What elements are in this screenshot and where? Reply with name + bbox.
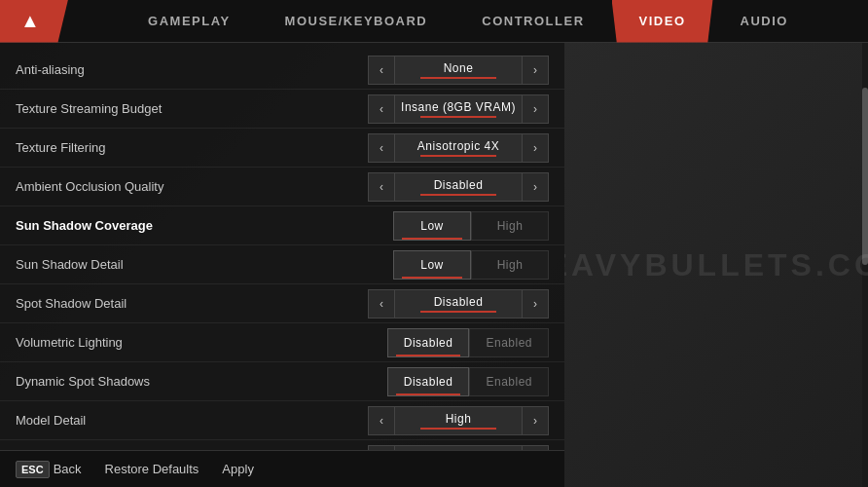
setting-label-volumetric-lighting: Volumetric Lighting [16, 335, 387, 350]
toggle-btn-volumetric-lighting-enabled[interactable]: Enabled [469, 328, 549, 357]
toggle-btn-dynamic-spot-shadows-disabled[interactable]: Disabled [387, 367, 470, 396]
value-text-anti-aliasing: None [444, 61, 474, 75]
main-content: Anti-aliasing‹None›Texture Streaming Bud… [0, 43, 868, 487]
arrow-control-model-detail: ‹High› [368, 406, 549, 435]
value-box-model-detail: High [395, 406, 522, 435]
setting-label-texture-streaming-budget: Texture Streaming Budget [16, 101, 368, 116]
toggle-group-volumetric-lighting: DisabledEnabled [387, 328, 549, 357]
value-underline-anti-aliasing [420, 77, 496, 79]
apply-button[interactable]: Apply [222, 462, 254, 476]
settings-panel[interactable]: Anti-aliasing‹None›Texture Streaming Bud… [0, 43, 564, 487]
top-nav: ▲ GAMEPLAYMOUSE/KEYBOARDCONTROLLERVIDEOA… [0, 0, 868, 43]
arrow-control-ambient-occlusion-quality: ‹Disabled› [368, 172, 549, 202]
setting-label-ambient-occlusion-quality: Ambient Occlusion Quality [16, 179, 368, 194]
arrow-right-spot-shadow-detail[interactable]: › [522, 289, 549, 318]
value-box-spot-shadow-detail: Disabled [395, 289, 522, 318]
value-text-spot-shadow-detail: Disabled [434, 295, 484, 309]
toggle-btn-dynamic-spot-shadows-enabled[interactable]: Enabled [469, 367, 549, 396]
arrow-left-spot-shadow-detail[interactable]: ‹ [368, 289, 395, 318]
value-underline-spot-shadow-detail [420, 311, 496, 313]
value-underline-texture-filtering [420, 155, 496, 157]
setting-row-ambient-occlusion-quality: Ambient Occlusion Quality‹Disabled› [0, 168, 564, 206]
value-box-texture-streaming-budget: Insane (8GB VRAM) [395, 94, 522, 124]
arrow-right-ambient-occlusion-quality[interactable]: › [522, 172, 549, 202]
setting-label-anti-aliasing: Anti-aliasing [16, 62, 368, 77]
nav-tab-gameplay[interactable]: GAMEPLAY [121, 0, 257, 43]
arrow-right-model-detail[interactable]: › [522, 406, 549, 435]
setting-row-volumetric-lighting: Volumetric LightingDisabledEnabled [0, 323, 564, 362]
nav-tab-mouse-keyboard[interactable]: MOUSE/KEYBOARD [258, 0, 455, 43]
toggle-btn-sun-shadow-detail-low[interactable]: Low [393, 250, 471, 280]
setting-row-texture-filtering: Texture Filtering‹Anisotropic 4X› [0, 129, 564, 168]
value-underline-model-detail [420, 428, 496, 430]
nav-tab-audio[interactable]: AUDIO [713, 0, 815, 43]
arrow-right-texture-filtering[interactable]: › [522, 133, 549, 163]
toggle-group-sun-shadow-coverage: LowHigh [393, 211, 549, 241]
value-box-anti-aliasing: None [395, 56, 522, 85]
watermark: HEAVYBULLETS.COM [564, 247, 868, 283]
arrow-right-texture-streaming-budget[interactable]: › [522, 94, 549, 124]
toggle-group-dynamic-spot-shadows: DisabledEnabled [387, 367, 549, 396]
arrow-left-texture-streaming-budget[interactable]: ‹ [368, 94, 395, 124]
back-label: Back [54, 462, 82, 476]
value-text-ambient-occlusion-quality: Disabled [434, 178, 484, 192]
setting-label-sun-shadow-detail: Sun Shadow Detail [16, 257, 393, 272]
back-action[interactable]: ESC Back [16, 461, 82, 478]
right-panel: HEAVYBULLETS.COM [564, 43, 868, 487]
toggle-btn-volumetric-lighting-disabled[interactable]: Disabled [387, 328, 470, 357]
arrow-left-model-detail[interactable]: ‹ [368, 406, 395, 435]
toggle-btn-sun-shadow-detail-high[interactable]: High [471, 250, 549, 280]
value-text-texture-filtering: Anisotropic 4X [417, 139, 499, 153]
setting-label-spot-shadow-detail: Spot Shadow Detail [16, 296, 368, 311]
setting-label-dynamic-spot-shadows: Dynamic Spot Shadows [16, 374, 387, 389]
restore-defaults-button[interactable]: Restore Defaults [105, 462, 199, 476]
toggle-btn-sun-shadow-coverage-high[interactable]: High [471, 211, 549, 241]
arrow-left-anti-aliasing[interactable]: ‹ [368, 56, 395, 85]
setting-row-dynamic-spot-shadows: Dynamic Spot ShadowsDisabledEnabled [0, 362, 564, 401]
bottom-bar: ESC Back Restore Defaults Apply [0, 450, 564, 487]
setting-row-sun-shadow-detail: Sun Shadow DetailLowHigh [0, 245, 564, 284]
restore-label: Restore Defaults [105, 462, 199, 476]
nav-tabs: GAMEPLAYMOUSE/KEYBOARDCONTROLLERVIDEOAUD… [68, 0, 868, 43]
apex-logo: ▲ [20, 10, 40, 32]
setting-row-sun-shadow-coverage: Sun Shadow CoverageLowHigh [0, 206, 564, 245]
value-underline-ambient-occlusion-quality [420, 194, 496, 196]
nav-tab-video[interactable]: VIDEO [612, 0, 713, 43]
setting-row-model-detail: Model Detail‹High› [0, 401, 564, 440]
value-box-ambient-occlusion-quality: Disabled [395, 172, 522, 202]
apply-label: Apply [222, 462, 254, 476]
arrow-control-anti-aliasing: ‹None› [368, 56, 549, 85]
arrow-left-ambient-occlusion-quality[interactable]: ‹ [368, 172, 395, 202]
arrow-right-anti-aliasing[interactable]: › [522, 56, 549, 85]
toggle-btn-sun-shadow-coverage-low[interactable]: Low [393, 211, 471, 241]
setting-label-texture-filtering: Texture Filtering [16, 140, 368, 155]
arrow-control-texture-streaming-budget: ‹Insane (8GB VRAM)› [368, 94, 549, 124]
logo-area: ▲ [0, 0, 68, 43]
value-box-texture-filtering: Anisotropic 4X [395, 133, 522, 163]
value-text-model-detail: High [446, 412, 472, 426]
setting-row-spot-shadow-detail: Spot Shadow Detail‹Disabled› [0, 284, 564, 323]
esc-key: ESC [16, 461, 50, 478]
setting-label-model-detail: Model Detail [16, 413, 368, 428]
arrow-left-texture-filtering[interactable]: ‹ [368, 133, 395, 163]
arrow-control-texture-filtering: ‹Anisotropic 4X› [368, 133, 549, 163]
arrow-control-spot-shadow-detail: ‹Disabled› [368, 289, 549, 318]
value-text-texture-streaming-budget: Insane (8GB VRAM) [401, 100, 516, 114]
setting-row-texture-streaming-budget: Texture Streaming Budget‹Insane (8GB VRA… [0, 90, 564, 129]
setting-label-sun-shadow-coverage: Sun Shadow Coverage [16, 218, 393, 233]
setting-row-anti-aliasing: Anti-aliasing‹None› [0, 51, 564, 90]
value-underline-texture-streaming-budget [420, 116, 496, 118]
toggle-group-sun-shadow-detail: LowHigh [393, 250, 549, 280]
nav-tab-controller[interactable]: CONTROLLER [454, 0, 611, 43]
